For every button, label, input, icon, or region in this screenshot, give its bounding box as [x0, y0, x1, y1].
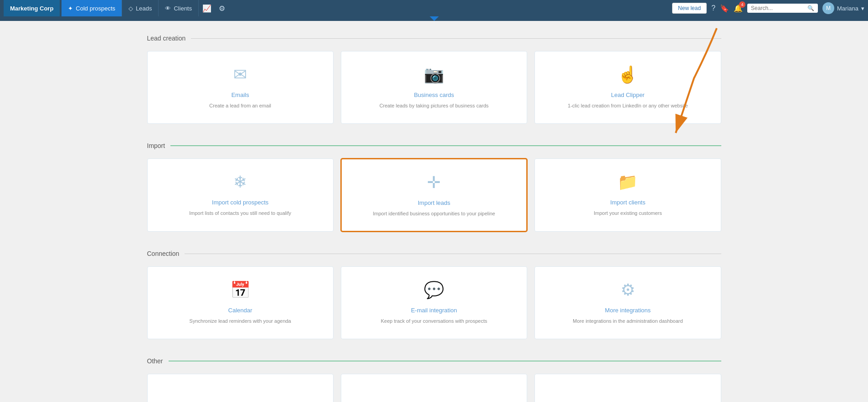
folder-icon: 📁	[617, 173, 638, 192]
connection-divider	[185, 254, 721, 254]
lead-creation-title: Lead creation	[147, 35, 186, 42]
topnav-actions: New lead ? 🔖 🔔 4 🔍 M Mariana ▾	[672, 2, 864, 14]
lead-creation-cards: ✉ Emails Create a lead from an email 📷 B…	[147, 51, 721, 124]
diamond-icon: ◇	[128, 5, 133, 12]
settings-icon[interactable]: ⚙	[215, 4, 229, 13]
other-divider	[169, 361, 721, 361]
card-more-integrations-title: More integrations	[605, 307, 651, 314]
card-import-leads-title: Import leads	[418, 199, 451, 206]
connection-cards: 📅 Calendar Synchronize lead reminders wi…	[147, 266, 721, 339]
crosshair-icon: ✛	[427, 173, 441, 192]
card-emails[interactable]: ✉ Emails Create a lead from an email	[147, 51, 334, 124]
connection-section: Connection 📅 Calendar Synchronize lead r…	[147, 250, 721, 339]
chat-icon: 💬	[424, 280, 444, 300]
main-content: Lead creation ✉ Emails Create a lead fro…	[138, 21, 730, 402]
import-section: Import ❄ Import cold prospects Import li…	[147, 142, 721, 232]
card-other-3[interactable]	[534, 374, 721, 402]
card-calendar[interactable]: 📅 Calendar Synchronize lead reminders wi…	[147, 266, 334, 339]
snowflake-icon: ✦	[68, 5, 73, 12]
snowflake-card-icon: ❄	[233, 173, 247, 192]
search-icon: 🔍	[807, 5, 814, 11]
email-icon: ✉	[233, 65, 247, 84]
chart-icon[interactable]: 📈	[199, 4, 215, 13]
top-navigation: Marketing Corp ✦ Cold prospects ◇ Leads …	[0, 0, 868, 16]
card-email-integration-title: E-mail integration	[411, 307, 457, 314]
card-import-cold-prospects[interactable]: ❄ Import cold prospects Import lists of …	[147, 158, 334, 232]
chevron-down-icon: ▾	[861, 5, 864, 12]
card-more-integrations[interactable]: ⚙ More integrations More integrations in…	[534, 266, 721, 339]
card-other-2[interactable]	[341, 374, 527, 402]
import-divider	[170, 145, 721, 146]
pointer-icon: ☝	[617, 65, 638, 84]
brand-logo[interactable]: Marketing Corp	[4, 0, 60, 16]
connection-header: Connection	[147, 250, 721, 257]
user-menu[interactable]: M Mariana ▾	[822, 2, 864, 14]
other-section: Other	[147, 357, 721, 402]
card-lead-clipper[interactable]: ☝ Lead Clipper 1-clic lead creation from…	[534, 51, 721, 124]
import-title: Import	[147, 142, 165, 149]
nav-item-clients[interactable]: 👁 Clients	[159, 0, 199, 16]
card-import-clients[interactable]: 📁 Import clients Import your existing cu…	[534, 158, 721, 232]
card-email-integration-desc: Keep track of your conversations with pr…	[381, 317, 488, 325]
user-name: Mariana	[837, 5, 858, 12]
other-header: Other	[147, 357, 721, 365]
camera-icon: 📷	[424, 65, 444, 84]
connection-title: Connection	[147, 250, 180, 257]
card-import-leads[interactable]: ✛ Import leads Import identified busines…	[341, 158, 527, 232]
bookmark-icon[interactable]: 🔖	[720, 4, 729, 13]
nav-item-leads[interactable]: ◇ Leads	[122, 0, 159, 16]
other-cards	[147, 374, 721, 402]
lead-creation-divider	[191, 38, 721, 39]
card-email-integration[interactable]: 💬 E-mail integration Keep track of your …	[341, 266, 527, 339]
card-business-cards-desc: Create leads by taking pictures of busin…	[380, 102, 489, 110]
card-lead-clipper-desc: 1-clic lead creation from LinkedIn or an…	[568, 102, 688, 110]
new-lead-button[interactable]: New lead	[672, 3, 707, 14]
card-business-cards[interactable]: 📷 Business cards Create leads by taking …	[341, 51, 527, 124]
lead-creation-header: Lead creation	[147, 35, 721, 42]
notifications-badge: 4	[739, 1, 745, 8]
nav-item-cold-prospects[interactable]: ✦ Cold prospects	[62, 0, 122, 16]
card-calendar-title: Calendar	[228, 307, 252, 314]
subnav-indicator	[0, 16, 868, 21]
card-import-cold-prospects-title: Import cold prospects	[212, 199, 268, 206]
card-import-clients-desc: Import your existing customers	[594, 209, 662, 217]
avatar: M	[822, 2, 834, 14]
card-more-integrations-desc: More integrations in the administration …	[573, 317, 683, 325]
eye-icon: 👁	[165, 5, 171, 12]
card-import-leads-desc: Import identified business opportunities…	[373, 210, 495, 218]
card-emails-desc: Create a lead from an email	[209, 102, 271, 110]
search-box: 🔍	[747, 4, 818, 13]
import-header: Import	[147, 142, 721, 149]
calendar-icon: 📅	[230, 280, 251, 300]
notifications-icon[interactable]: 🔔 4	[734, 4, 743, 13]
other-title: Other	[147, 357, 163, 365]
card-import-clients-title: Import clients	[610, 199, 645, 206]
card-lead-clipper-title: Lead Clipper	[611, 92, 645, 98]
card-calendar-desc: Synchronize lead reminders with your age…	[190, 317, 291, 325]
card-emails-title: Emails	[231, 92, 249, 98]
card-other-1[interactable]	[147, 374, 334, 402]
help-icon[interactable]: ?	[711, 4, 715, 12]
card-business-cards-title: Business cards	[414, 92, 454, 98]
lead-creation-section: Lead creation ✉ Emails Create a lead fro…	[147, 35, 721, 124]
search-input[interactable]	[751, 5, 806, 11]
card-import-cold-prospects-desc: Import lists of contacts you still need …	[189, 209, 291, 217]
gears-icon: ⚙	[621, 280, 635, 300]
import-cards: ❄ Import cold prospects Import lists of …	[147, 158, 721, 232]
